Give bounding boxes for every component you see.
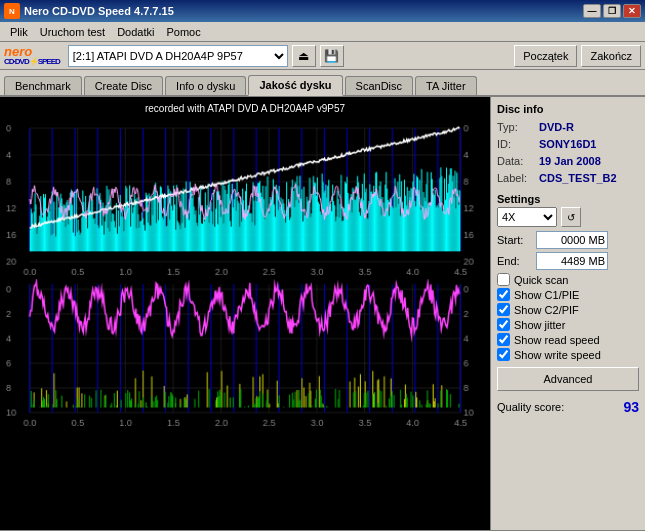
drive-select[interactable]: [2:1] ATAPI DVD A DH20A4P 9P57 bbox=[68, 45, 288, 67]
speed-refresh-button[interactable]: ↺ bbox=[561, 207, 581, 227]
disc-typ-value: DVD-R bbox=[539, 121, 574, 133]
disc-typ-row: Typ: DVD-R bbox=[497, 121, 639, 133]
disc-label-value: CDS_TEST_B2 bbox=[539, 172, 617, 184]
disc-data-value: 19 Jan 2008 bbox=[539, 155, 601, 167]
menu-run-test[interactable]: Uruchom test bbox=[34, 24, 111, 40]
show-write-row: Show write speed bbox=[497, 348, 639, 361]
show-jitter-checkbox[interactable] bbox=[497, 318, 510, 331]
show-read-row: Show read speed bbox=[497, 333, 639, 346]
show-c2-label: Show C2/PIF bbox=[514, 304, 579, 316]
chart-title: recorded with ATAPI DVD A DH20A4P v9P57 bbox=[4, 101, 486, 116]
menu-file[interactable]: Plik bbox=[4, 24, 34, 40]
advanced-button[interactable]: Advanced bbox=[497, 367, 639, 391]
speed-row: 4X 1X 2X 8X MAX ↺ bbox=[497, 207, 639, 227]
tab-scandisc[interactable]: ScanDisc bbox=[345, 76, 413, 95]
start-button[interactable]: Początek bbox=[514, 45, 577, 67]
tab-quality[interactable]: Jakość dysku bbox=[248, 75, 342, 96]
tab-ta-jitter[interactable]: TA Jitter bbox=[415, 76, 477, 95]
disc-label-row: Label: CDS_TEST_B2 bbox=[497, 172, 639, 184]
disc-label-label: Label: bbox=[497, 172, 539, 184]
show-write-label: Show write speed bbox=[514, 349, 601, 361]
tab-disc-info[interactable]: Info o dysku bbox=[165, 76, 246, 95]
tab-create-disc[interactable]: Create Disc bbox=[84, 76, 163, 95]
bottom-chart bbox=[4, 279, 486, 428]
disc-id-label: ID: bbox=[497, 138, 539, 150]
end-row: End: bbox=[497, 252, 639, 270]
menu-help[interactable]: Pomoc bbox=[160, 24, 206, 40]
show-read-label: Show read speed bbox=[514, 334, 600, 346]
window-title: Nero CD-DVD Speed 4.7.7.15 bbox=[24, 5, 174, 17]
minimize-button[interactable]: — bbox=[583, 4, 601, 18]
disc-data-row: Data: 19 Jan 2008 bbox=[497, 155, 639, 167]
right-panel: Disc info Typ: DVD-R ID: SONY16D1 Data: … bbox=[490, 97, 645, 530]
disc-id-row: ID: SONY16D1 bbox=[497, 138, 639, 150]
quality-row: Quality score: 93 bbox=[497, 399, 639, 415]
menu-bar: Plik Uruchom test Dodatki Pomoc bbox=[0, 22, 645, 42]
quality-score: 93 bbox=[623, 399, 639, 415]
show-c2-checkbox[interactable] bbox=[497, 303, 510, 316]
show-c1-checkbox[interactable] bbox=[497, 288, 510, 301]
quality-label: Quality score: bbox=[497, 401, 564, 413]
show-write-checkbox[interactable] bbox=[497, 348, 510, 361]
app-icon: N bbox=[4, 3, 20, 19]
chart-area: recorded with ATAPI DVD A DH20A4P v9P57 bbox=[0, 97, 490, 530]
tab-benchmark[interactable]: Benchmark bbox=[4, 76, 82, 95]
end-input[interactable] bbox=[536, 252, 608, 270]
settings-title: Settings bbox=[497, 193, 639, 205]
disc-info-title: Disc info bbox=[497, 103, 639, 115]
quick-scan-checkbox[interactable] bbox=[497, 273, 510, 286]
quick-scan-label: Quick scan bbox=[514, 274, 568, 286]
start-label: Start: bbox=[497, 234, 532, 246]
top-chart bbox=[4, 118, 486, 277]
main-content: recorded with ATAPI DVD A DH20A4P v9P57 … bbox=[0, 97, 645, 530]
menu-extras[interactable]: Dodatki bbox=[111, 24, 160, 40]
show-jitter-label: Show jitter bbox=[514, 319, 565, 331]
nero-logo: nero CD·DVD⚡SPEED bbox=[4, 45, 60, 66]
disc-data-label: Data: bbox=[497, 155, 539, 167]
quick-scan-row: Quick scan bbox=[497, 273, 639, 286]
disc-typ-label: Typ: bbox=[497, 121, 539, 133]
close-button[interactable]: ✕ bbox=[623, 4, 641, 18]
start-input[interactable]: 0000 MB bbox=[536, 231, 608, 249]
show-c1-row: Show C1/PIE bbox=[497, 288, 639, 301]
restore-button[interactable]: ❐ bbox=[603, 4, 621, 18]
start-row: Start: 0000 MB bbox=[497, 231, 639, 249]
show-c1-label: Show C1/PIE bbox=[514, 289, 579, 301]
show-read-checkbox[interactable] bbox=[497, 333, 510, 346]
tabs: Benchmark Create Disc Info o dysku Jakoś… bbox=[0, 70, 645, 97]
show-c2-row: Show C2/PIF bbox=[497, 303, 639, 316]
save-button[interactable]: 💾 bbox=[320, 45, 344, 67]
eject-button[interactable]: ⏏ bbox=[292, 45, 316, 67]
end-label: End: bbox=[497, 255, 532, 267]
title-buttons: — ❐ ✕ bbox=[583, 4, 641, 18]
settings-section: Settings 4X 1X 2X 8X MAX ↺ Start: 0000 M… bbox=[497, 193, 639, 391]
toolbar: nero CD·DVD⚡SPEED [2:1] ATAPI DVD A DH20… bbox=[0, 42, 645, 70]
show-jitter-row: Show jitter bbox=[497, 318, 639, 331]
end-button[interactable]: Zakończ bbox=[581, 45, 641, 67]
disc-id-value: SONY16D1 bbox=[539, 138, 596, 150]
speed-select[interactable]: 4X 1X 2X 8X MAX bbox=[497, 207, 557, 227]
title-bar: N Nero CD-DVD Speed 4.7.7.15 — ❐ ✕ bbox=[0, 0, 645, 22]
